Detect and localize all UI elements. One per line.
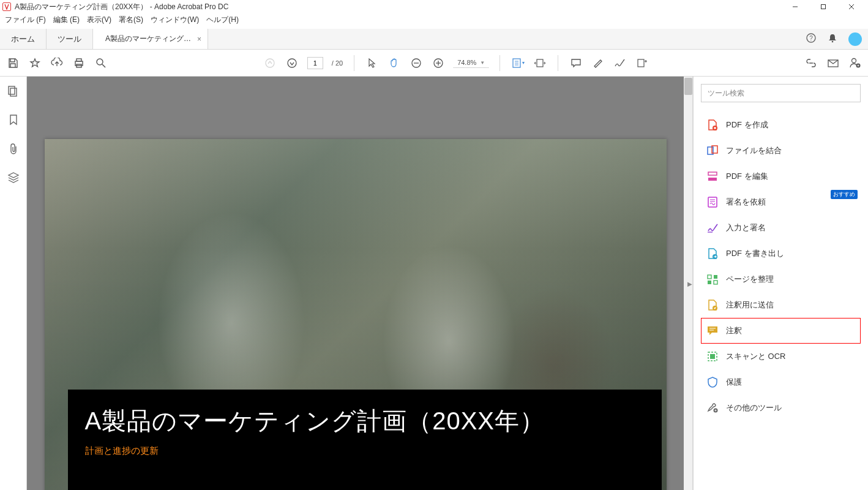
zoom-dropdown[interactable]: 74.8%▼ [454,58,488,68]
signature-icon[interactable] [613,56,627,70]
tool-fill-sign[interactable]: 入力と署名 [701,215,861,241]
thumbnails-icon[interactable] [7,85,20,99]
request-signature-icon [706,196,719,208]
svg-rect-32 [708,197,717,207]
svg-rect-1 [821,5,826,9]
svg-rect-36 [708,281,711,284]
mail-icon[interactable] [826,56,840,70]
tabs-right-icons: ? [806,29,862,49]
window-title: A製品のマーケティング計画（20XX年） - Adobe Acrobat Pro… [15,2,781,12]
recommended-badge: おすすめ [831,190,858,199]
document-viewer[interactable]: A製品のマーケティング計画（20XX年） 計画と進捗の更新 [27,77,684,490]
tool-export-pdf[interactable]: PDF を書き出し [701,241,861,266]
tool-list: PDF を作成 ファイルを結合 PDF を編集 署名を依頼 おすすめ 入力と署名 [701,112,861,421]
tool-scan-ocr[interactable]: スキャンと OCR [701,344,861,369]
cloud-upload-icon[interactable] [50,56,64,70]
svg-point-6 [832,41,834,43]
tool-label: スキャンと OCR [726,351,786,362]
tool-label: ファイルを結合 [726,145,782,156]
help-icon[interactable]: ? [806,32,817,45]
star-icon[interactable] [28,56,42,70]
layers-icon[interactable] [7,172,20,186]
document-page: A製品のマーケティング計画（20XX年） 計画と進捗の更新 [45,139,667,490]
svg-rect-35 [714,275,717,279]
page-down-icon[interactable] [285,56,299,70]
hand-icon[interactable] [387,56,401,70]
comment-icon[interactable] [569,56,583,70]
tool-label: PDF を編集 [726,171,768,182]
viewer-wrap: ◀ A製品のマーケティング計画（20XX年） 計画と進捗の更新 ▶ [27,77,693,490]
menu-edit[interactable]: 編集 (E) [53,15,80,25]
pointer-icon[interactable] [365,56,379,70]
close-button[interactable] [837,1,866,13]
tool-send-for-comment[interactable]: 注釈用に送信 [701,292,861,318]
more-tools-icon [706,402,719,414]
fit-width-icon[interactable] [533,56,547,70]
chevron-down-icon: ▼ [480,60,485,66]
tab-close-icon[interactable]: × [197,35,201,43]
organize-pages-icon [706,273,719,285]
left-rail [0,77,27,490]
tool-request-signature[interactable]: 署名を依頼 おすすめ [701,189,861,215]
send-for-comment-icon [706,299,719,311]
tool-label: 入力と署名 [726,222,766,233]
scrollbar-thumb[interactable] [684,78,692,95]
main-area: ◀ A製品のマーケティング計画（20XX年） 計画と進捗の更新 ▶ ツール検索 … [0,77,868,490]
fit-page-icon[interactable]: ▾ [511,56,525,70]
zoom-out-icon[interactable] [410,56,423,70]
stamp-icon[interactable] [635,56,649,70]
toolbar: / 20 74.8%▼ ▾ [0,50,868,77]
attachment-icon[interactable] [9,143,18,157]
tool-comment[interactable]: 注釈 [701,318,861,344]
svg-point-23 [852,58,856,62]
tool-edit-pdf[interactable]: PDF を編集 [701,164,861,189]
tool-label: PDF を作成 [726,119,768,130]
save-icon[interactable] [6,56,20,70]
svg-rect-20 [537,59,543,67]
tool-label: ページを整理 [726,274,774,285]
zoom-in-icon[interactable] [432,56,445,70]
svg-rect-26 [10,88,17,96]
menu-file[interactable]: ファイル (F) [5,15,46,25]
right-tools-panel: ツール検索 PDF を作成 ファイルを結合 PDF を編集 署名を依頼 おすすめ [693,77,868,490]
tab-tools[interactable]: ツール [47,29,93,49]
tab-home[interactable]: ホーム [0,29,47,49]
tool-create-pdf[interactable]: PDF を作成 [701,112,861,138]
window-controls [781,1,866,13]
scan-ocr-icon [706,350,719,363]
user-avatar[interactable] [848,32,862,46]
add-user-icon[interactable] [848,56,862,70]
tool-more-tools[interactable]: その他のツール [701,395,861,421]
menu-window[interactable]: ウィンドウ(W) [151,15,199,25]
tool-search-input[interactable]: ツール検索 [701,84,861,102]
tool-protect[interactable]: 保護 [701,369,861,395]
highlighter-icon[interactable] [591,56,605,70]
bookmark-icon[interactable] [9,114,18,128]
titlebar: A製品のマーケティング計画（20XX年） - Adobe Acrobat Pro… [0,0,868,13]
svg-rect-30 [708,172,717,175]
print-icon[interactable] [72,56,86,70]
menu-sign[interactable]: 署名(S) [119,15,143,25]
minimize-button[interactable] [781,1,809,13]
tool-organize-pages[interactable]: ページを整理 [701,266,861,292]
tool-combine-files[interactable]: ファイルを結合 [701,138,861,164]
maximize-button[interactable] [809,1,837,13]
tab-document[interactable]: A製品のマーケティング… × [93,29,208,49]
tool-label: 注釈用に送信 [726,300,774,311]
zoom-value: 74.8% [457,59,476,66]
page-up-icon[interactable] [263,56,277,70]
right-pane-toggle[interactable]: ▶ [686,271,694,296]
bell-icon[interactable] [828,33,837,45]
search-icon[interactable] [94,56,108,70]
link-icon[interactable] [804,56,818,70]
svg-rect-21 [638,59,644,67]
edit-pdf-icon [706,170,719,183]
page-input[interactable] [307,57,323,69]
svg-point-13 [288,59,296,67]
svg-point-10 [97,59,103,65]
tab-document-label: A製品のマーケティング… [105,34,191,44]
fill-sign-icon [706,222,719,234]
menu-help[interactable]: ヘルプ(H) [206,15,239,25]
menu-view[interactable]: 表示(V) [87,15,111,25]
tool-label: PDF を書き出し [726,248,784,259]
